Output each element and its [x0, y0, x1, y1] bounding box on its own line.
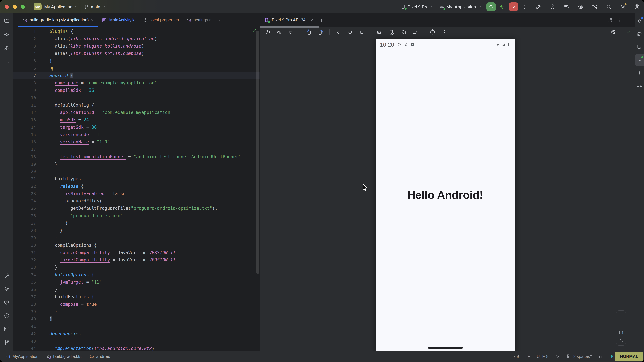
run-button[interactable] — [486, 2, 496, 11]
zoom-out-button[interactable] — [619, 322, 623, 326]
apply-changes-button[interactable] — [578, 4, 584, 10]
resource-manager-toolwindow[interactable] — [4, 45, 10, 51]
device-health-indicator[interactable] — [626, 29, 631, 35]
screen-record-button[interactable] — [412, 29, 418, 35]
line-number[interactable]: 3 — [14, 42, 36, 50]
gradle-toolwindow[interactable] — [635, 28, 644, 39]
android-overview-button[interactable] — [359, 29, 365, 35]
line-number[interactable]: 28 — [14, 227, 36, 234]
editor-tab-settings.gr[interactable]: settings.gr — [182, 13, 215, 27]
line-number[interactable]: 25 — [14, 205, 36, 212]
hide-panel-button[interactable] — [627, 17, 632, 23]
hardware-input-button[interactable] — [377, 29, 383, 35]
line-separator[interactable]: LF — [525, 354, 530, 359]
screenshot-button[interactable] — [400, 29, 406, 35]
line-number[interactable]: 42 — [14, 330, 36, 338]
vim-mode-badge[interactable]: NORMAL — [615, 352, 643, 361]
idea-vim-icon[interactable] — [610, 354, 614, 359]
breadcrumb-item[interactable]: MyApplication — [6, 354, 38, 359]
notifications-toolwindow[interactable] — [635, 15, 644, 26]
toolbar-more-button[interactable] — [442, 29, 448, 35]
settings-button[interactable] — [620, 4, 626, 10]
line-number[interactable]: 18 — [14, 153, 36, 161]
profiler-button[interactable] — [564, 4, 570, 10]
zoom-fit-button[interactable] — [619, 339, 623, 343]
line-number[interactable]: 5 — [14, 57, 36, 65]
line-number[interactable]: 12 — [14, 109, 36, 116]
line-number[interactable]: 41 — [14, 323, 36, 330]
editor-tab-local.properties[interactable]: local.properties — [139, 13, 183, 27]
line-number[interactable]: 21 — [14, 175, 36, 183]
zoom-in-button[interactable] — [619, 313, 623, 318]
intention-lightbulb-icon[interactable] — [50, 66, 54, 71]
stop-button[interactable] — [509, 2, 518, 11]
project-selector[interactable]: My Application — [44, 4, 78, 9]
terminal-toolwindow[interactable] — [4, 326, 10, 332]
line-number[interactable]: 17 — [14, 146, 36, 153]
line-number[interactable]: 16 — [14, 138, 36, 146]
line-number[interactable]: 4 — [14, 50, 36, 57]
line-number[interactable]: 2 — [14, 35, 36, 42]
line-number[interactable]: 13 — [14, 116, 36, 124]
editor-scrollbar[interactable] — [256, 30, 259, 274]
device-settings-button[interactable] — [388, 29, 394, 35]
line-number[interactable]: 24 — [14, 197, 36, 205]
close-window-button[interactable] — [5, 5, 9, 9]
editor-tab-build.gradle.kts[interactable]: build.gradle.kts (My Application) — [18, 13, 98, 27]
device-manager-toolwindow[interactable] — [635, 41, 644, 53]
line-number[interactable]: 39 — [14, 308, 36, 316]
running-devices-toolwindow[interactable] — [635, 54, 644, 66]
line-number[interactable]: 33 — [14, 264, 36, 271]
line-number[interactable]: 1 — [14, 28, 36, 35]
gemini-toolwindow[interactable] — [635, 67, 644, 79]
tab-options-icon[interactable] — [226, 17, 230, 23]
more-run-options[interactable] — [522, 4, 528, 9]
device-streaming-button[interactable] — [592, 4, 598, 10]
build-button[interactable] — [535, 4, 541, 10]
open-in-window-button[interactable] — [608, 17, 612, 23]
toolbar-scrollbar[interactable] — [260, 26, 319, 28]
line-number[interactable]: 29 — [14, 234, 36, 242]
ai-assistant-status[interactable] — [555, 354, 560, 359]
minimize-window-button[interactable] — [13, 5, 17, 9]
line-number[interactable]: 43 — [14, 338, 36, 345]
version-control-toolwindow[interactable] — [4, 340, 10, 346]
device-selector[interactable]: Pixel 9 Pro — [400, 4, 434, 9]
device-tab[interactable]: Pixel 9 Pro API 34 — [264, 17, 314, 23]
line-number[interactable]: 23 — [14, 190, 36, 197]
breadcrumb-item[interactable]: android — [90, 354, 110, 359]
branch-selector[interactable]: main — [84, 4, 106, 9]
line-number[interactable]: 35 — [14, 279, 36, 286]
android-home-button[interactable] — [347, 29, 353, 35]
line-number[interactable]: 31 — [14, 249, 36, 256]
line-number[interactable]: 8 — [14, 79, 36, 87]
problems-toolwindow[interactable] — [4, 313, 10, 319]
logcat-toolwindow[interactable] — [4, 299, 10, 305]
add-device-tab-button[interactable] — [319, 17, 324, 23]
caret-position[interactable]: 7:9 — [513, 354, 519, 359]
editor-tab-MainActivity.kt[interactable]: MainActivity.kt — [98, 13, 139, 27]
line-number[interactable]: 15 — [14, 131, 36, 138]
breadcrumb-item[interactable]: build.gradle.kts — [46, 354, 82, 359]
project-toolwindow[interactable] — [4, 18, 10, 24]
close-tab-icon[interactable] — [91, 18, 94, 22]
zoom-reset-button[interactable]: 1:1 — [618, 330, 624, 334]
line-number[interactable]: 26 — [14, 212, 36, 220]
commit-toolwindow[interactable] — [4, 31, 10, 37]
line-number[interactable]: 30 — [14, 242, 36, 249]
line-number[interactable]: 22 — [14, 183, 36, 190]
inspection-status-icon[interactable] — [252, 28, 256, 33]
reset-view-button[interactable] — [430, 29, 436, 35]
run-configuration-selector[interactable]: My_Application — [439, 4, 482, 9]
file-writable-indicator[interactable] — [598, 354, 603, 359]
volume-down-button[interactable] — [288, 29, 294, 35]
line-number[interactable]: 6 — [14, 65, 36, 72]
app-quality-insights-toolwindow[interactable] — [4, 286, 10, 292]
code-editor[interactable]: 1plugins {2 alias(libs.plugins.android.a… — [14, 27, 260, 351]
line-number[interactable]: 38 — [14, 301, 36, 308]
line-number[interactable]: 11 — [14, 102, 36, 109]
account-button[interactable] — [634, 4, 640, 10]
file-encoding[interactable]: UTF-8 — [537, 354, 548, 359]
search-everywhere-button[interactable] — [606, 4, 612, 10]
line-number[interactable]: 40 — [14, 316, 36, 323]
